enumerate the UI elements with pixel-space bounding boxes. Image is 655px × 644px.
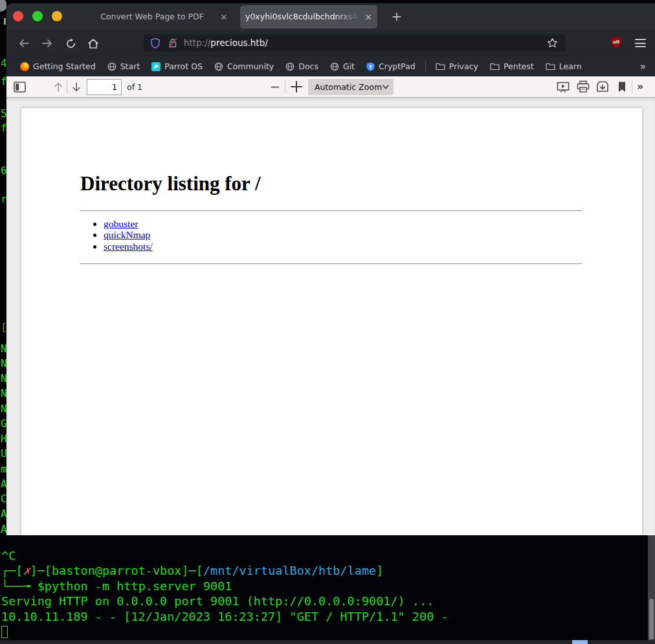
bg-char: 6 xyxy=(1,166,6,176)
bg-char: N xyxy=(1,404,6,414)
bookmark-label: Pentest xyxy=(504,61,534,71)
link-quicknmap[interactable]: quickNmap xyxy=(104,229,150,240)
horizontal-rule xyxy=(80,210,582,211)
pdf-toolbar: of 1 Automatic Zoom xyxy=(6,76,655,98)
zoom-select-dropdown[interactable]: Automatic Zoom xyxy=(308,79,394,95)
window-minimize-button[interactable] xyxy=(52,11,62,21)
scrollbar-thumb[interactable] xyxy=(649,599,654,639)
bg-char: 4 xyxy=(1,58,6,69)
tab2-close-icon[interactable]: × xyxy=(364,5,372,28)
bookmark-folder-pentest[interactable]: Pentest xyxy=(484,61,540,71)
globe-icon xyxy=(214,62,223,71)
bookmark-folder-learn[interactable]: Learn xyxy=(540,61,588,71)
bookmark-community[interactable]: Community xyxy=(208,61,280,71)
bookmark-getting-started[interactable]: Getting Started xyxy=(14,61,102,71)
reload-icon[interactable] xyxy=(63,36,78,50)
bookmark-docs[interactable]: Docs xyxy=(280,61,324,71)
horizontal-rule xyxy=(80,263,582,264)
url-text[interactable]: http://precious.htb/ xyxy=(184,34,268,52)
tab-bar: Convert Web Page to PDF × y0xyhi0svlc8cd… xyxy=(6,3,655,30)
firefox-icon xyxy=(20,62,29,71)
presentation-mode-icon[interactable] xyxy=(557,81,570,93)
bookmark-label: Community xyxy=(227,61,274,71)
svg-text:uO: uO xyxy=(613,39,620,45)
insecure-lock-icon[interactable] xyxy=(168,38,178,49)
terminal-cursor xyxy=(1,626,8,638)
bookmark-git[interactable]: Git xyxy=(324,61,361,71)
bg-char: N xyxy=(1,359,6,369)
bookmark-folder-privacy[interactable]: Privacy xyxy=(430,61,484,71)
pdf-more-tools-chevron-icon[interactable]: » xyxy=(637,76,643,98)
tab-pdf-document[interactable]: y0xyhi0svlc8cdulbchdnrxs40 × xyxy=(240,5,377,28)
url-bar[interactable]: http://precious.htb/ xyxy=(144,34,565,52)
bookmark-cryptpad[interactable]: CryptPad xyxy=(361,61,421,71)
toolbar-divider xyxy=(285,80,285,94)
terminal-line-serving: Serving HTTP on 0.0.0.0 port 9001 (http:… xyxy=(0,594,655,608)
bookmark-parrot-os[interactable]: Parrot OS xyxy=(146,61,208,71)
next-page-icon[interactable] xyxy=(71,81,82,93)
url-host: precious.htb/ xyxy=(210,38,267,48)
bg-char: N xyxy=(1,344,6,354)
bookmark-start[interactable]: Start xyxy=(102,61,146,71)
terminal-output: ^C ┌─[✗]─[baston@parrot-vbox]─[/mnt/virt… xyxy=(0,535,655,639)
bookmark-label: Git xyxy=(343,61,355,71)
firefox-window: Convert Web Page to PDF × y0xyhi0svlc8cd… xyxy=(6,3,655,535)
menu-hamburger-icon[interactable] xyxy=(635,39,646,47)
page-count-label: of 1 xyxy=(127,76,142,98)
cryptpad-icon xyxy=(366,62,375,71)
tab1-close-icon[interactable]: × xyxy=(220,3,228,30)
back-icon[interactable] xyxy=(17,36,31,50)
list-item: gobuster xyxy=(104,218,153,229)
window-maximize-button[interactable] xyxy=(32,11,43,21)
print-icon[interactable] xyxy=(577,80,590,93)
background-window-button xyxy=(0,0,6,12)
forward-icon[interactable] xyxy=(40,36,54,50)
terminal-window[interactable]: ^C ┌─[✗]─[baston@parrot-vbox]─[/mnt/virt… xyxy=(0,535,655,644)
bookmark-label: Getting Started xyxy=(33,61,96,71)
bookmarks-toolbar: Getting Started Start Parrot OS Communit… xyxy=(6,56,655,76)
bookmarks-divider xyxy=(425,61,426,72)
bg-char: f xyxy=(1,76,6,87)
terminal-line-interrupt: ^C xyxy=(0,548,655,563)
bookmarks-overflow-chevron-icon[interactable]: » xyxy=(640,61,646,72)
terminal-vertical-scrollbar[interactable] xyxy=(648,535,655,640)
bg-char: H xyxy=(1,434,6,444)
ublock-origin-icon[interactable]: uO xyxy=(610,36,622,49)
current-view-bookmark-icon[interactable] xyxy=(617,81,627,93)
horizontal-scrollbar-thumb[interactable] xyxy=(572,640,588,644)
terminal-horizontal-scrollbar[interactable] xyxy=(0,640,655,644)
page-number-input[interactable] xyxy=(87,79,122,95)
terminal-line-request-log: 10.10.11.189 - - [12/Jan/2023 16:23:27] … xyxy=(0,609,655,624)
bg-char: r xyxy=(1,194,6,205)
download-icon[interactable] xyxy=(596,80,609,93)
toolbar-divider xyxy=(67,80,67,94)
globe-icon xyxy=(330,62,339,71)
tracking-protection-shield-icon[interactable] xyxy=(150,38,161,49)
folder-icon xyxy=(546,62,555,71)
zoom-select-value: Automatic Zoom xyxy=(315,82,382,92)
bg-char: A xyxy=(1,509,6,519)
tab-convert-web-page-to-pdf[interactable]: Convert Web Page to PDF xyxy=(78,3,227,30)
previous-page-icon[interactable] xyxy=(52,81,64,93)
bg-char: C xyxy=(1,494,6,504)
list-item: quickNmap xyxy=(104,229,153,240)
zoom-out-icon[interactable] xyxy=(270,82,280,93)
new-tab-button[interactable]: + xyxy=(388,3,406,30)
home-icon[interactable] xyxy=(86,36,100,50)
link-gobuster[interactable]: gobuster xyxy=(104,218,138,229)
bg-char: f xyxy=(1,123,6,133)
folder-icon xyxy=(490,62,500,71)
window-close-button[interactable] xyxy=(13,11,23,21)
link-screenshots[interactable]: screenshots/ xyxy=(104,241,153,252)
sidebar-toggle-icon[interactable] xyxy=(14,81,26,93)
url-scheme: http:// xyxy=(184,38,210,48)
background-terminal-strip: 4 f 5 f 6 r [ N N N N N G H U m A C A A xyxy=(0,0,6,535)
pdf-viewer-area[interactable]: Directory listing for / gobuster quickNm… xyxy=(6,98,655,535)
bookmark-label: Start xyxy=(120,61,140,71)
toolbar-divider xyxy=(632,80,632,94)
zoom-in-icon[interactable] xyxy=(289,79,304,94)
navigation-toolbar: http://precious.htb/ uO xyxy=(6,30,655,56)
bookmark-label: Learn xyxy=(559,61,582,71)
bookmark-star-icon[interactable] xyxy=(547,38,558,48)
chevron-down-icon xyxy=(383,84,389,89)
